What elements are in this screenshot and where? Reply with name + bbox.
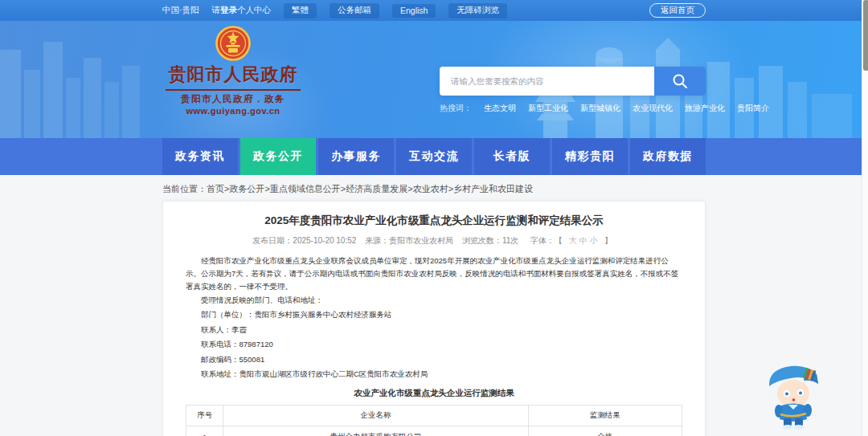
login-suffix: 个人中心 [237, 5, 271, 14]
publish-date: 发布日期：2025-10-20 10:52 [252, 236, 356, 245]
hot-search-row: 热搜词： 生态文明 新型工业化 新型城镇化 农业现代化 旅游产业化 贵阳简介 [440, 103, 706, 114]
vertical-scrollbar[interactable] [862, 0, 868, 436]
breadcrumb: 当前位置：首页>政务公开>重点领域信息公开>经济高质量发展>农业农村>乡村产业和… [162, 183, 706, 194]
hot-word-link[interactable]: 新型工业化 [528, 103, 568, 114]
site-subtitle: 贵阳市人民政府．政务 [164, 93, 302, 105]
font-size-label: 字体：【大 中 小】 [527, 236, 616, 245]
monitoring-result-table: 序号 企业名称 监测结果 1 贵州合力超市采购有限公司 合格 2 贵州友禾种业有… [186, 405, 682, 436]
nav-item-hudong-jiaoliu[interactable]: 互动交流 [396, 138, 472, 175]
national-emblem-icon [215, 26, 251, 61]
back-home-button[interactable]: 返回首页 [649, 3, 706, 18]
row-index: 1 [186, 426, 223, 436]
mascot-icon [764, 359, 823, 430]
hot-word-link[interactable]: 贵阳简介 [737, 103, 769, 114]
font-size-options[interactable]: 大 中 小 [569, 236, 598, 245]
contact-phone: 联系电话：87987120 [186, 337, 682, 352]
login-link[interactable]: 请登录个人中心 [212, 5, 272, 16]
site-url: www.guiyang.gov.cn [164, 106, 302, 116]
search-input[interactable] [440, 67, 654, 96]
column-header-index: 序号 [186, 405, 223, 426]
search-box [440, 67, 706, 96]
accessibility-link[interactable]: 无障碍浏览 [448, 3, 507, 18]
monitoring-result: 合格 [528, 426, 682, 436]
main-navigation: 政务资讯 政务公开 办事服务 互动交流 长者版 精彩贵阳 政府数据 [0, 138, 868, 175]
article-paragraph: 经贵阳市农业产业化市级重点龙头企业联席会议成员单位审定，现对2025年开展的农业… [186, 255, 682, 293]
scrollbar-thumb[interactable] [863, 0, 868, 71]
company-name: 贵州合力超市采购有限公司 [223, 426, 528, 436]
hot-word-link[interactable]: 农业现代化 [633, 103, 673, 114]
hot-word-link[interactable]: 生态文明 [484, 103, 516, 114]
hot-word-link[interactable]: 旅游产业化 [685, 103, 725, 114]
font-size-prefix: 字体：【 [530, 236, 563, 245]
article-source: 来源：贵阳市农业农村局 [365, 236, 453, 245]
article-body: 经贵阳市农业产业化市级重点龙头企业联席会议成员单位审定，现对2025年开展的农业… [186, 255, 682, 436]
column-header-result: 监测结果 [528, 405, 682, 426]
nav-item-zhengfu-shuju[interactable]: 政府数据 [630, 138, 706, 175]
english-link[interactable]: English [392, 4, 436, 18]
top-utility-bar: 中国·贵阳 请登录个人中心 繁體 公务邮箱 English 无障碍浏览 返回首页 [0, 0, 868, 21]
traditional-chinese-link[interactable]: 繁體 [284, 3, 317, 18]
article-meta: 发布日期：2025-10-20 10:52 来源：贵阳市农业农村局 浏览次数：1… [186, 235, 682, 247]
nav-item-zhengwu-zixun[interactable]: 政务资讯 [162, 138, 238, 175]
table-header-row: 序号 企业名称 监测结果 [186, 405, 682, 426]
contact-person: 联系人：李霞 [186, 323, 682, 337]
contact-postcode: 邮政编码：550081 [186, 352, 682, 367]
hot-search-label: 热搜词： [440, 103, 472, 114]
table-title: 农业产业化市级重点龙头企业运行监测结果 [186, 388, 682, 399]
contact-address: 联系地址：贵阳市观山湖区市级行政中心二期C区贵阳市农业农村局 [186, 367, 682, 381]
nav-item-jingcai-guiyang[interactable]: 精彩贵阳 [552, 138, 628, 175]
region-link[interactable]: 中国·贵阳 [162, 5, 199, 16]
official-mailbox-link[interactable]: 公务邮箱 [330, 3, 379, 18]
article-title: 2025年度贵阳市农业产业化市级重点龙头企业运行监测和评定结果公示 [186, 213, 682, 229]
article-paragraph: 受理情况反映的部门、电话和地址： [186, 294, 682, 307]
column-header-company: 企业名称 [223, 405, 528, 426]
nav-item-zhangzheban[interactable]: 长者版 [474, 138, 550, 175]
breadcrumb-path[interactable]: 首页>政务公开>重点领域信息公开>经济高质量发展>农业农村>乡村产业和农田建设 [207, 184, 533, 194]
nav-item-zhengwu-gongkai[interactable]: 政务公开 [240, 138, 316, 175]
breadcrumb-label: 当前位置： [162, 184, 207, 194]
font-size-suffix: 】 [604, 236, 612, 245]
search-icon [672, 73, 688, 89]
site-logo[interactable]: 贵阳市人民政府 贵阳市人民政府．政务 www.guiyang.gov.cn [164, 26, 302, 116]
article-card: 2025年度贵阳市农业产业化市级重点龙头企业运行监测和评定结果公示 发布日期：2… [162, 201, 706, 436]
search-area: 热搜词： 生态文明 新型工业化 新型城镇化 农业现代化 旅游产业化 贵阳简介 [440, 67, 706, 114]
search-button[interactable] [654, 67, 706, 96]
hot-word-link[interactable]: 新型城镇化 [580, 103, 620, 114]
skyline-decoration-left [0, 34, 153, 138]
logo-divider [166, 89, 301, 91]
view-count: 浏览次数：11次 [462, 236, 518, 245]
mascot-assistant[interactable] [764, 359, 823, 433]
contact-department: 部门（单位）：贵阳市乡村振兴服务中心农村经济服务站 [186, 308, 682, 322]
table-row: 1 贵州合力超市采购有限公司 合格 [186, 426, 682, 436]
login-prefix: 请 [212, 5, 221, 14]
site-header: 贵阳市人民政府 贵阳市人民政府．政务 www.guiyang.gov.cn 热搜… [0, 21, 868, 138]
site-title: 贵阳市人民政府 [164, 63, 302, 87]
login-action: 登录 [220, 5, 237, 14]
nav-item-banshi-fuwu[interactable]: 办事服务 [318, 138, 394, 175]
